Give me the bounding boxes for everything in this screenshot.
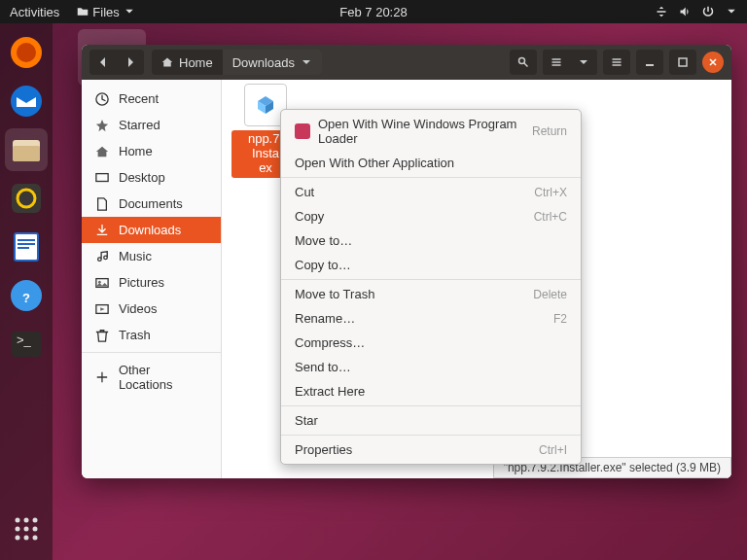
clock[interactable]: Feb 7 20:28 xyxy=(339,5,407,19)
sidebar-icon xyxy=(95,224,109,237)
search-button[interactable] xyxy=(510,50,537,75)
svg-point-25 xyxy=(519,58,525,64)
ctx-item-label: Send to… xyxy=(295,360,351,374)
files-menu-label: Files xyxy=(92,5,119,19)
minimize-button[interactable] xyxy=(636,50,663,75)
back-button[interactable] xyxy=(89,50,117,75)
maximize-button[interactable] xyxy=(669,50,696,75)
ctx-item-label: Properties xyxy=(295,442,352,457)
ctx-move-to[interactable]: Move to… xyxy=(281,228,581,253)
ctx-copy-to[interactable]: Copy to… xyxy=(281,253,581,277)
hamburger-button[interactable] xyxy=(603,50,630,75)
ctx-item-label: Compress… xyxy=(295,335,365,350)
sidebar-icon xyxy=(95,302,109,316)
ctx-item-label: Rename… xyxy=(295,311,355,326)
sidebar-icon xyxy=(95,119,109,132)
ctx-compress[interactable]: Compress… xyxy=(281,331,581,355)
sidebar-icon xyxy=(95,250,109,263)
ctx-move-to-trash[interactable]: Move to TrashDelete xyxy=(281,282,581,306)
sidebar-item-videos[interactable]: Videos xyxy=(82,296,221,322)
ctx-item-accel: Ctrl+X xyxy=(534,186,567,199)
power-icon[interactable] xyxy=(702,6,714,18)
svg-rect-10 xyxy=(18,243,35,245)
path-home-label: Home xyxy=(179,55,213,70)
sidebar-icon xyxy=(95,197,109,211)
svg-point-19 xyxy=(16,527,20,532)
sidebar-item-music[interactable]: Music xyxy=(82,243,221,269)
chevron-down-icon xyxy=(301,56,312,68)
ctx-open-with-other-application[interactable]: Open With Other Application xyxy=(281,151,581,175)
ctx-item-label: Move to Trash xyxy=(295,287,374,301)
sidebar-item-downloads[interactable]: Downloads xyxy=(82,217,221,243)
wine-icon xyxy=(295,123,310,139)
path-downloads-label: Downloads xyxy=(232,55,295,70)
dock-thunderbird[interactable] xyxy=(5,80,48,122)
sidebar-item-recent[interactable]: Recent xyxy=(82,86,221,112)
ctx-item-accel: Delete xyxy=(533,288,567,301)
ctx-item-accel: F2 xyxy=(553,312,567,326)
titlebar: Home Downloads xyxy=(82,45,731,80)
close-button[interactable] xyxy=(702,52,724,73)
chevron-down-icon[interactable] xyxy=(726,6,737,18)
sidebar: RecentStarredHomeDesktopDocumentsDownloa… xyxy=(82,80,222,478)
ctx-item-label: Copy xyxy=(295,209,324,224)
ctx-copy[interactable]: CopyCtrl+C xyxy=(281,204,581,228)
files-menu[interactable]: Files xyxy=(77,5,134,19)
ctx-star[interactable]: Star xyxy=(281,408,581,433)
dock-terminal[interactable]: >_ xyxy=(5,323,48,366)
context-menu: Open With Wine Windows Program LoaderRet… xyxy=(280,109,582,465)
path-downloads[interactable]: Downloads xyxy=(223,50,322,75)
dock-libreoffice[interactable] xyxy=(5,226,48,268)
sidebar-item-trash[interactable]: Trash xyxy=(82,322,221,348)
home-icon xyxy=(161,56,173,68)
ctx-open-with-wine-windows-program-loader[interactable]: Open With Wine Windows Program LoaderRet… xyxy=(281,112,581,151)
path-home[interactable]: Home xyxy=(152,50,223,75)
view-options-button[interactable] xyxy=(570,50,597,75)
volume-icon[interactable] xyxy=(679,6,691,18)
network-icon[interactable] xyxy=(656,6,667,18)
ctx-item-accel: Return xyxy=(532,124,567,138)
dock-files[interactable] xyxy=(5,128,48,171)
activities-button[interactable]: Activities xyxy=(10,5,59,19)
svg-point-18 xyxy=(33,518,38,523)
sidebar-item-other-locations[interactable]: Other Locations xyxy=(82,357,221,398)
ctx-cut[interactable]: CutCtrl+X xyxy=(281,180,581,204)
forward-button[interactable] xyxy=(117,50,144,75)
svg-rect-28 xyxy=(96,173,108,181)
sidebar-item-label: Home xyxy=(119,144,153,158)
sidebar-icon xyxy=(95,145,109,158)
ctx-send-to[interactable]: Send to… xyxy=(281,355,581,379)
sidebar-item-desktop[interactable]: Desktop xyxy=(82,164,221,191)
svg-text:>_: >_ xyxy=(17,332,32,347)
dock-rhythmbox[interactable] xyxy=(5,177,48,220)
ctx-item-label: Extract Here xyxy=(295,384,365,399)
ctx-extract-here[interactable]: Extract Here xyxy=(281,379,581,403)
ctx-item-label: Open With Wine Windows Program Loader xyxy=(318,117,524,146)
sidebar-item-label: Downloads xyxy=(119,223,181,237)
sidebar-item-documents[interactable]: Documents xyxy=(82,191,221,217)
sidebar-item-home[interactable]: Home xyxy=(82,138,221,164)
svg-point-24 xyxy=(33,536,38,541)
sidebar-item-label: Desktop xyxy=(119,170,165,185)
sidebar-item-label: Recent xyxy=(119,91,159,106)
top-bar: Activities Files Feb 7 20:28 xyxy=(0,0,747,23)
sidebar-item-label: Starred xyxy=(119,118,160,132)
sidebar-icon xyxy=(95,171,109,185)
ctx-properties[interactable]: PropertiesCtrl+I xyxy=(281,438,581,462)
sidebar-item-label: Music xyxy=(119,249,152,263)
ctx-item-label: Star xyxy=(295,413,318,428)
sidebar-item-label: Pictures xyxy=(119,275,164,290)
dock-help[interactable]: ? xyxy=(5,274,48,317)
sidebar-item-starred[interactable]: Starred xyxy=(82,112,221,138)
ctx-item-accel: Ctrl+I xyxy=(539,443,567,457)
sidebar-item-pictures[interactable]: Pictures xyxy=(82,269,221,296)
svg-rect-26 xyxy=(646,64,654,66)
svg-point-2 xyxy=(11,86,42,117)
svg-point-22 xyxy=(16,536,20,541)
dock-show-apps[interactable] xyxy=(5,508,48,550)
dock-firefox[interactable] xyxy=(5,31,48,74)
ctx-rename[interactable]: Rename…F2 xyxy=(281,306,581,331)
view-list-button[interactable] xyxy=(543,50,570,75)
folder-icon xyxy=(77,6,89,18)
chevron-down-icon xyxy=(124,6,135,18)
